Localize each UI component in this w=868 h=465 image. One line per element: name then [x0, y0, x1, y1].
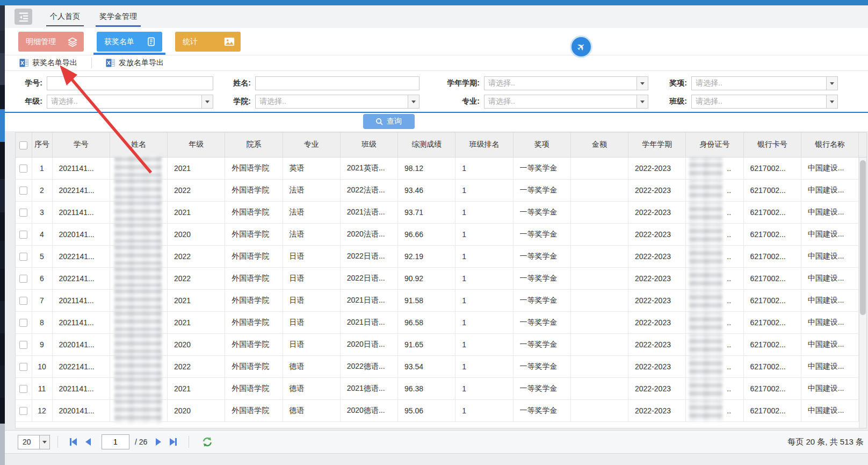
award-select[interactable]: 请选择.. — [691, 76, 838, 90]
table-header-row: 序号学号姓名年级院系专业班级综测成绩班级排名奖项金额学年学期身份证号银行卡号银行… — [16, 133, 859, 157]
collapse-menu-button[interactable] — [15, 9, 32, 25]
last-page-button[interactable] — [170, 438, 177, 446]
cell-term: 2022-2023 — [628, 267, 686, 289]
college-select[interactable]: 请选择.. — [255, 95, 419, 109]
row-checkbox[interactable] — [19, 253, 27, 261]
plane-button[interactable]: ✈ — [572, 37, 591, 56]
row-checkbox[interactable] — [19, 231, 27, 239]
scrollbar-thumb[interactable] — [860, 160, 866, 315]
cell-major: 日语 — [283, 289, 340, 311]
layers-icon — [67, 37, 78, 47]
redacted-id-blur — [689, 268, 722, 289]
cell-score: 93.46 — [398, 179, 455, 201]
row-checkbox[interactable] — [19, 164, 27, 173]
cell-major: 法语 — [283, 179, 340, 201]
cell-score: 98.12 — [398, 157, 455, 179]
collapsed-sidebar[interactable] — [0, 5, 5, 465]
row-checkbox[interactable] — [19, 275, 27, 283]
cell-score: 95.06 — [398, 399, 455, 421]
cell-bank-name: 中国建设... — [801, 267, 858, 289]
cell-class: 2021德语... — [340, 377, 397, 399]
vertical-scrollbar[interactable] — [859, 158, 866, 428]
cell-name-redacted — [110, 333, 167, 355]
cell-grade: 2021 — [168, 157, 225, 179]
export-award-list-button[interactable]: 获奖名单导出 — [19, 58, 77, 68]
cell-bank-card: 6217002... — [743, 399, 801, 421]
cell-major: 英语 — [283, 157, 340, 179]
cell-class: 2022日语... — [340, 245, 397, 267]
first-page-button[interactable] — [70, 438, 77, 446]
cell-checkbox — [16, 201, 32, 223]
redacted-id-blur — [689, 312, 722, 333]
name-input[interactable] — [255, 76, 419, 90]
page-size-select[interactable]: 20 — [18, 435, 50, 449]
cell-checkbox — [16, 311, 32, 333]
sidebar-segment — [0, 53, 5, 85]
cell-index: 5 — [32, 245, 52, 267]
cell-class: 2021法语... — [340, 201, 397, 223]
class-select[interactable]: 请选择.. — [691, 95, 838, 109]
cell-bank-card: 6217002... — [743, 311, 801, 333]
cell-id-redacted: .. — [686, 245, 743, 267]
row-checkbox[interactable] — [19, 363, 27, 371]
grade-select[interactable]: 请选择.. — [47, 95, 213, 109]
cell-student-id: 2021141... — [52, 311, 110, 333]
export-grant-list-button[interactable]: 发放名单导出 — [106, 58, 164, 68]
tab-scholarship-management[interactable]: 奖学金管理 — [98, 5, 139, 28]
cell-term: 2022-2023 — [628, 399, 686, 421]
cell-award: 一等奖学金 — [513, 289, 570, 311]
row-checkbox[interactable] — [19, 341, 27, 349]
query-button[interactable]: 查询 — [363, 114, 415, 129]
cell-amount — [570, 157, 628, 179]
excel-icon — [19, 59, 28, 67]
cell-name-redacted — [110, 179, 167, 201]
cell-bank-card: 6217002... — [743, 333, 801, 355]
term-select[interactable]: 请选择.. — [484, 76, 648, 90]
cell-rank: 1 — [455, 157, 513, 179]
column-header: 班级排名 — [455, 133, 513, 157]
results-table: 序号学号姓名年级院系专业班级综测成绩班级排名奖项金额学年学期身份证号银行卡号银行… — [16, 133, 859, 422]
redacted-id-blur — [689, 180, 722, 201]
row-checkbox[interactable] — [19, 319, 27, 327]
cell-checkbox — [16, 157, 32, 179]
student-id-label: 学号: — [5, 78, 42, 88]
cell-score: 96.66 — [398, 223, 455, 245]
cell-amount — [570, 245, 628, 267]
cell-checkbox — [16, 179, 32, 201]
student-id-input[interactable] — [47, 76, 213, 90]
column-header: 班级 — [340, 133, 397, 157]
award-list-button[interactable]: 获奖名单 — [97, 32, 162, 52]
cell-major: 日语 — [283, 311, 340, 333]
next-page-button[interactable] — [156, 438, 161, 446]
refresh-button[interactable] — [202, 437, 213, 447]
detail-management-button[interactable]: 明细管理 — [18, 32, 84, 52]
cell-bank-card: 6217002... — [743, 355, 801, 377]
redacted-id-blur — [689, 246, 722, 267]
prev-page-button[interactable] — [85, 438, 91, 446]
dropdown-caret — [826, 95, 837, 108]
row-checkbox[interactable] — [19, 297, 27, 305]
select-all-checkbox[interactable] — [19, 141, 27, 149]
dropdown-caret — [636, 95, 648, 108]
cell-student-id: 2021141... — [52, 289, 110, 311]
row-checkbox[interactable] — [19, 187, 27, 195]
cell-major: 日语 — [283, 245, 340, 267]
row-checkbox[interactable] — [19, 407, 27, 415]
row-checkbox[interactable] — [19, 209, 27, 217]
statistics-button[interactable]: 统计 — [175, 32, 241, 52]
tab-personal-home[interactable]: 个人首页 — [48, 5, 82, 28]
page-input[interactable] — [102, 434, 129, 449]
cell-term: 2022-2023 — [628, 245, 686, 267]
cell-id-redacted: .. — [686, 157, 743, 179]
table-zone: 序号学号姓名年级院系专业班级综测成绩班级排名奖项金额学年学期身份证号银行卡号银行… — [15, 132, 867, 428]
major-select[interactable]: 请选择.. — [484, 95, 648, 109]
sidebar-segment — [0, 85, 5, 109]
cell-class: 2022日语... — [340, 267, 397, 289]
cell-student-id: 2020141... — [52, 399, 110, 421]
cell-amount — [570, 333, 628, 355]
row-checkbox[interactable] — [19, 385, 27, 393]
cell-bank-name: 中国建设... — [801, 157, 858, 179]
cell-award: 一等奖学金 — [513, 333, 570, 355]
cell-bank-name: 中国建设... — [801, 355, 858, 377]
cell-amount — [570, 311, 628, 333]
